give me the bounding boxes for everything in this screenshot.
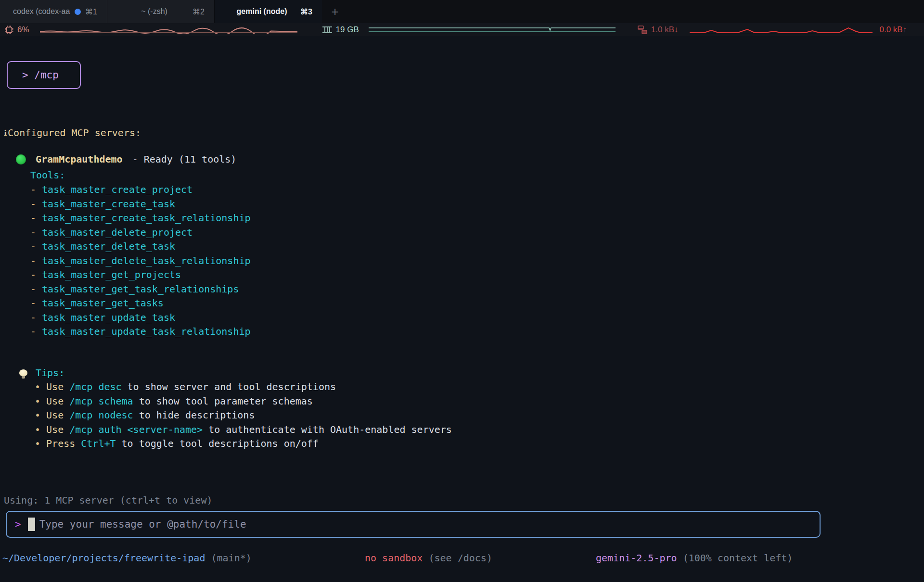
tool-item: -task_master_update_task_relationship bbox=[30, 326, 251, 337]
tool-item: -task_master_get_tasks bbox=[30, 297, 164, 309]
tool-bullet: - bbox=[30, 326, 36, 337]
tip-item: •Use/mcp schemato show tool parameter sc… bbox=[35, 395, 313, 407]
tool-bullet: - bbox=[30, 227, 36, 238]
tip-command: /mcp desc bbox=[69, 381, 121, 392]
tool-item: -task_master_delete_task bbox=[30, 240, 175, 252]
chip-icon bbox=[4, 25, 14, 35]
tool-bullet: - bbox=[30, 255, 36, 266]
cpu-percent: 6% bbox=[17, 25, 29, 35]
tip-prefix: Use bbox=[46, 395, 64, 407]
tip-command: Ctrl+T bbox=[81, 438, 116, 449]
activity-dot-icon bbox=[75, 9, 81, 15]
tool-bullet: - bbox=[30, 212, 36, 224]
ram-icon bbox=[321, 25, 333, 35]
terminal-content: > /mcp ℹ Configured MCP servers: GramMcp… bbox=[0, 36, 924, 582]
system-status-bar: 6% 19 GB 1.0 kB↓ 0.0 kB↑ bbox=[0, 23, 924, 36]
tip-command: /mcp nodesc bbox=[69, 409, 133, 421]
tip-command: /mcp schema bbox=[69, 395, 133, 407]
lightbulb-icon bbox=[19, 369, 27, 376]
memory-graph bbox=[369, 26, 616, 34]
tip-prefix: Use bbox=[46, 409, 64, 421]
tool-item: -task_master_create_task bbox=[30, 198, 175, 210]
tab-label: codex (codex-aar... bbox=[13, 7, 70, 16]
tool-item: -task_master_get_projects bbox=[30, 269, 181, 280]
cpu-graph bbox=[40, 26, 297, 34]
server-status-line: GramMcpauthdemo - Ready (11 tools) bbox=[16, 153, 236, 165]
network-up-value: 0.0 kB↑ bbox=[879, 25, 907, 35]
tool-bullet: - bbox=[30, 297, 36, 309]
tool-item: -task_master_create_task_relationship bbox=[30, 212, 251, 224]
tip-suffix: to show tool parameter schemas bbox=[139, 395, 313, 407]
tool-name: task_master_delete_project bbox=[42, 227, 192, 238]
tab-shortcut: ⌘2 bbox=[192, 7, 205, 16]
network-down-value: 1.0 kB↓ bbox=[651, 25, 679, 35]
tool-name: task_master_create_task_relationship bbox=[42, 212, 250, 224]
tip-prefix: Use bbox=[46, 424, 64, 435]
tool-item: -task_master_delete_task_relationship bbox=[30, 255, 251, 266]
tool-name: task_master_delete_task bbox=[42, 240, 175, 252]
footer-working-directory: ~/Developer/projects/freewrite-ipad (mai… bbox=[2, 552, 252, 564]
tool-item: -task_master_update_task bbox=[30, 312, 175, 323]
tips-label: Tips: bbox=[36, 367, 64, 379]
tip-bullet: • bbox=[35, 424, 40, 435]
executed-command: > /mcp bbox=[22, 69, 59, 81]
tool-name: task_master_create_task bbox=[42, 198, 175, 210]
tab-label: gemini (node) bbox=[228, 7, 296, 16]
tip-item: •Use/mcp auth <server-name>to authentica… bbox=[35, 424, 452, 435]
tool-name: task_master_update_task_relationship bbox=[42, 326, 250, 337]
tip-command: /mcp auth <server-name> bbox=[69, 424, 203, 435]
tip-suffix: to authenticate with OAuth-enabled serve… bbox=[208, 424, 452, 435]
tool-bullet: - bbox=[30, 283, 36, 295]
memory-stat: 19 GB bbox=[321, 25, 359, 35]
server-ready-icon bbox=[16, 154, 26, 164]
tab-codex[interactable]: codex (codex-aar... ⌘1 bbox=[0, 0, 107, 23]
tab-shortcut: ⌘1 bbox=[85, 7, 97, 16]
text-cursor bbox=[28, 518, 35, 531]
tip-item: •Use/mcp nodescto hide descriptions bbox=[35, 409, 255, 421]
tab-shortcut: ⌘3 bbox=[300, 7, 312, 16]
tool-item: -task_master_delete_project bbox=[30, 227, 192, 238]
input-placeholder: Type your message or @path/to/file bbox=[39, 519, 246, 530]
tip-prefix: Use bbox=[46, 381, 64, 392]
tab-gemini[interactable]: gemini (node) ⌘3 bbox=[215, 0, 322, 23]
footer-model-info: gemini-2.5-pro (100% context left) bbox=[596, 552, 793, 564]
tool-name: task_master_get_tasks bbox=[42, 297, 164, 309]
tool-item: -task_master_create_project bbox=[30, 184, 192, 195]
network-icon bbox=[637, 25, 648, 35]
tip-suffix: to toggle tool descriptions on/off bbox=[122, 438, 319, 449]
tip-bullet: • bbox=[35, 409, 40, 421]
tip-bullet: • bbox=[35, 438, 40, 449]
footer-sandbox-status: no sandbox (see /docs) bbox=[365, 552, 492, 564]
tool-bullet: - bbox=[30, 184, 36, 195]
message-input[interactable]: > Type your message or @path/to/file bbox=[6, 511, 821, 538]
tip-suffix: to show server and tool descriptions bbox=[128, 381, 336, 392]
tool-name: task_master_get_projects bbox=[42, 269, 181, 280]
tool-name: task_master_delete_task_relationship bbox=[42, 255, 250, 266]
new-tab-button[interactable]: + bbox=[322, 0, 348, 23]
input-prompt: > bbox=[15, 519, 21, 530]
tool-item: -task_master_get_task_relationships bbox=[30, 283, 239, 295]
tool-bullet: - bbox=[30, 240, 36, 252]
server-status: - Ready (11 tools) bbox=[132, 153, 237, 165]
tool-bullet: - bbox=[30, 269, 36, 280]
cpu-stat: 6% bbox=[4, 25, 29, 35]
tip-bullet: • bbox=[35, 395, 40, 407]
tab-bar: codex (codex-aar... ⌘1 ~ (-zsh) ⌘2 gemin… bbox=[0, 0, 924, 23]
tool-bullet: - bbox=[30, 312, 36, 323]
tool-name: task_master_get_task_relationships bbox=[42, 283, 239, 295]
network-down-graph bbox=[690, 25, 873, 34]
tip-item: •Use/mcp descto show server and tool des… bbox=[35, 381, 336, 392]
mcp-servers-header: ℹ Configured MCP servers: bbox=[4, 127, 141, 139]
tips-header: Tips: bbox=[19, 367, 64, 379]
git-branch bbox=[205, 552, 211, 564]
tools-label: Tools: bbox=[30, 169, 65, 181]
tool-name: task_master_create_project bbox=[42, 184, 192, 195]
tab-zsh[interactable]: ~ (-zsh) ⌘2 bbox=[107, 0, 215, 23]
server-name: GramMcpauthdemo bbox=[36, 153, 123, 165]
tip-suffix: to hide descriptions bbox=[139, 409, 255, 421]
memory-value: 19 GB bbox=[336, 25, 359, 35]
tab-label: ~ (-zsh) bbox=[120, 7, 188, 16]
executed-command-box: > /mcp bbox=[7, 61, 81, 89]
tool-name: task_master_update_task bbox=[42, 312, 175, 323]
tool-bullet: - bbox=[30, 198, 36, 210]
